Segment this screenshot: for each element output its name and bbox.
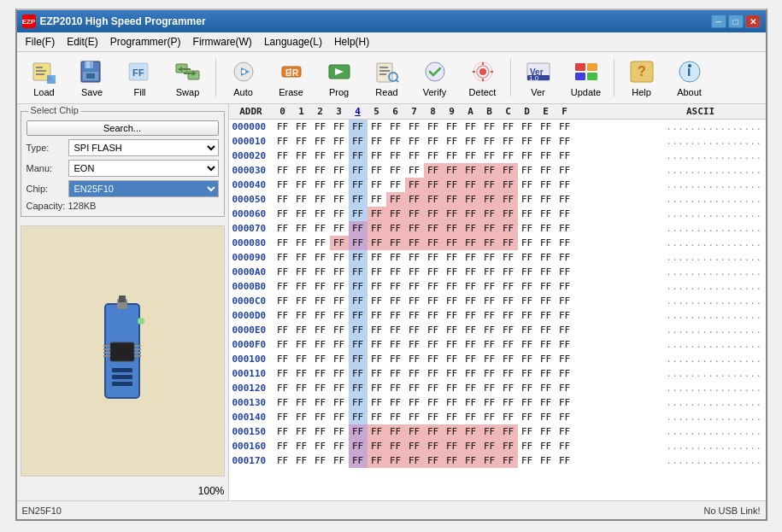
hex-byte[interactable]: FF (330, 323, 349, 337)
hex-byte[interactable]: FF (462, 265, 480, 279)
hex-byte[interactable]: FF (443, 366, 462, 381)
menu-help[interactable]: Help(H) (329, 34, 374, 50)
hex-byte[interactable]: FF (311, 381, 330, 395)
manu-select[interactable]: EON (68, 160, 219, 177)
table-row[interactable]: 000130FFFFFFFFFFFFFFFFFFFFFFFFFFFFFFFF..… (229, 395, 766, 410)
hex-byte[interactable]: FF (367, 134, 386, 149)
table-row[interactable]: 000070FFFFFFFFFFFFFFFFFFFFFFFFFFFFFFFF..… (229, 221, 766, 236)
hex-byte[interactable]: FF (273, 439, 292, 453)
hex-byte[interactable]: FF (386, 265, 405, 279)
hex-byte[interactable]: FF (537, 134, 556, 149)
hex-byte[interactable]: FF (443, 207, 462, 221)
hex-byte[interactable]: FF (462, 424, 480, 439)
hex-byte[interactable]: FF (273, 453, 292, 468)
hex-byte[interactable]: FF (330, 294, 349, 308)
hex-byte[interactable]: FF (311, 250, 330, 265)
hex-byte[interactable]: FF (273, 207, 292, 221)
table-row[interactable]: 000010FFFFFFFFFFFFFFFFFFFFFFFFFFFFFFFF..… (229, 134, 766, 149)
hex-byte[interactable]: FF (518, 323, 537, 337)
hex-byte[interactable]: FF (405, 250, 424, 265)
hex-byte[interactable]: FF (518, 424, 537, 439)
hex-byte[interactable]: FF (330, 424, 349, 439)
hex-byte[interactable]: FF (386, 424, 405, 439)
hex-byte[interactable]: FF (518, 308, 537, 323)
hex-byte[interactable]: FF (349, 163, 367, 178)
hex-byte[interactable]: FF (292, 163, 311, 178)
hex-byte[interactable]: FF (537, 221, 556, 236)
help-button[interactable]: ? Help (620, 56, 664, 100)
hex-byte[interactable]: FF (556, 337, 574, 352)
hex-byte[interactable]: FF (537, 366, 556, 381)
hex-byte[interactable]: FF (386, 149, 405, 163)
hex-byte[interactable]: FF (499, 120, 518, 134)
hex-byte[interactable]: FF (518, 265, 537, 279)
hex-byte[interactable]: FF (386, 279, 405, 294)
hex-byte[interactable]: FF (386, 352, 405, 366)
hex-byte[interactable]: FF (405, 308, 424, 323)
table-row[interactable]: 000050FFFFFFFFFFFFFFFFFFFFFFFFFFFFFFFF..… (229, 192, 766, 207)
table-row[interactable]: 000020FFFFFFFFFFFFFFFFFFFFFFFFFFFFFFFF..… (229, 149, 766, 163)
hex-byte[interactable]: FF (405, 453, 424, 468)
hex-byte[interactable]: FF (405, 192, 424, 207)
hex-byte[interactable]: FF (424, 163, 443, 178)
hex-byte[interactable]: FF (273, 395, 292, 410)
hex-byte[interactable]: FF (443, 323, 462, 337)
menu-language[interactable]: Language(L) (259, 34, 327, 50)
hex-byte[interactable]: FF (480, 236, 499, 250)
hex-byte[interactable]: FF (311, 352, 330, 366)
table-row[interactable]: 000040FFFFFFFFFFFFFFFFFFFFFFFFFFFFFFFF..… (229, 178, 766, 192)
hex-byte[interactable]: FF (273, 381, 292, 395)
hex-byte[interactable]: FF (537, 439, 556, 453)
hex-byte[interactable]: FF (405, 265, 424, 279)
hex-byte[interactable]: FF (462, 323, 480, 337)
chip-select[interactable]: EN25F10 (68, 180, 219, 197)
hex-byte[interactable]: FF (537, 337, 556, 352)
hex-byte[interactable]: FF (349, 236, 367, 250)
hex-byte[interactable]: FF (349, 424, 367, 439)
hex-byte[interactable]: FF (537, 163, 556, 178)
hex-byte[interactable]: FF (518, 207, 537, 221)
hex-byte[interactable]: FF (386, 381, 405, 395)
hex-byte[interactable]: FF (330, 149, 349, 163)
hex-byte[interactable]: FF (556, 236, 574, 250)
hex-byte[interactable]: FF (518, 149, 537, 163)
hex-byte[interactable]: FF (330, 410, 349, 424)
hex-byte[interactable]: FF (499, 207, 518, 221)
hex-byte[interactable]: FF (292, 366, 311, 381)
hex-byte[interactable]: FF (349, 134, 367, 149)
hex-byte[interactable]: FF (462, 453, 480, 468)
hex-byte[interactable]: FF (273, 294, 292, 308)
hex-byte[interactable]: FF (330, 308, 349, 323)
hex-byte[interactable]: FF (424, 352, 443, 366)
hex-byte[interactable]: FF (386, 221, 405, 236)
hex-byte[interactable]: FF (349, 337, 367, 352)
hex-byte[interactable]: FF (443, 381, 462, 395)
hex-byte[interactable]: FF (499, 134, 518, 149)
hex-byte[interactable]: FF (273, 163, 292, 178)
hex-byte[interactable]: FF (292, 453, 311, 468)
hex-byte[interactable]: FF (480, 120, 499, 134)
erase-button[interactable]: E R Erase (269, 56, 314, 100)
hex-byte[interactable]: FF (443, 294, 462, 308)
hex-byte[interactable]: FF (367, 149, 386, 163)
hex-byte[interactable]: FF (518, 134, 537, 149)
hex-byte[interactable]: FF (386, 323, 405, 337)
hex-byte[interactable]: FF (349, 250, 367, 265)
hex-byte[interactable]: FF (405, 149, 424, 163)
hex-byte[interactable]: FF (273, 178, 292, 192)
hex-byte[interactable]: FF (349, 178, 367, 192)
hex-byte[interactable]: FF (292, 381, 311, 395)
table-row[interactable]: 0000E0FFFFFFFFFFFFFFFFFFFFFFFFFFFFFFFF..… (229, 323, 766, 337)
hex-byte[interactable]: FF (386, 120, 405, 134)
hex-byte[interactable]: FF (367, 395, 386, 410)
hex-byte[interactable]: FF (311, 134, 330, 149)
hex-byte[interactable]: FF (537, 265, 556, 279)
maximize-button[interactable]: □ (728, 15, 744, 28)
hex-byte[interactable]: FF (367, 323, 386, 337)
hex-byte[interactable]: FF (349, 323, 367, 337)
table-row[interactable]: 0000A0FFFFFFFFFFFFFFFFFFFFFFFFFFFFFFFF..… (229, 265, 766, 279)
hex-byte[interactable]: FF (330, 236, 349, 250)
hex-byte[interactable]: FF (292, 395, 311, 410)
hex-byte[interactable]: FF (462, 308, 480, 323)
hex-byte[interactable]: FF (462, 178, 480, 192)
